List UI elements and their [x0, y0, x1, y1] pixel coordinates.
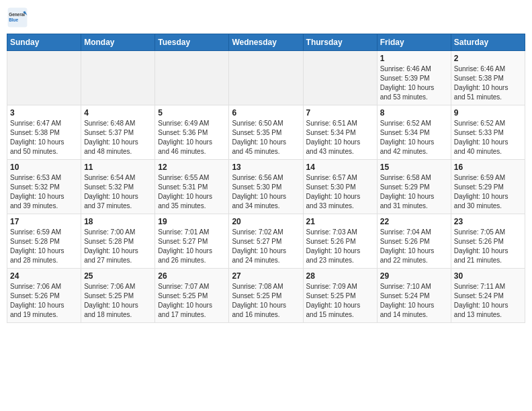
day-number: 13: [232, 163, 300, 172]
day-info: Sunrise: 7:08 AM Sunset: 5:25 PM Dayligh…: [232, 282, 300, 320]
header-cell-sunday: Sunday: [7, 34, 81, 51]
day-info: Sunrise: 6:57 AM Sunset: 5:30 PM Dayligh…: [306, 173, 374, 211]
day-number: 15: [380, 163, 448, 172]
day-cell: [7, 51, 81, 105]
day-number: 19: [158, 217, 226, 226]
header-cell-monday: Monday: [81, 34, 155, 51]
day-cell: 27Sunrise: 7:08 AM Sunset: 5:25 PM Dayli…: [229, 269, 303, 323]
day-number: 11: [84, 163, 152, 172]
day-info: Sunrise: 6:47 AM Sunset: 5:38 PM Dayligh…: [10, 119, 78, 156]
day-cell: 20Sunrise: 7:02 AM Sunset: 5:27 PM Dayli…: [229, 214, 303, 269]
week-row-2: 3Sunrise: 6:47 AM Sunset: 5:38 PM Daylig…: [7, 105, 525, 160]
day-cell: 21Sunrise: 7:03 AM Sunset: 5:26 PM Dayli…: [303, 214, 377, 269]
day-info: Sunrise: 6:50 AM Sunset: 5:35 PM Dayligh…: [232, 119, 300, 156]
day-number: 18: [84, 217, 152, 226]
day-number: 1: [380, 54, 448, 63]
day-number: 9: [454, 108, 522, 118]
day-cell: 5Sunrise: 6:49 AM Sunset: 5:36 PM Daylig…: [155, 105, 229, 160]
header-row: SundayMondayTuesdayWednesdayThursdayFrid…: [7, 34, 525, 51]
week-row-5: 24Sunrise: 7:06 AM Sunset: 5:26 PM Dayli…: [7, 269, 525, 323]
day-info: Sunrise: 6:52 AM Sunset: 5:33 PM Dayligh…: [454, 119, 522, 156]
day-number: 20: [232, 217, 300, 226]
day-info: Sunrise: 6:51 AM Sunset: 5:34 PM Dayligh…: [306, 119, 374, 156]
day-info: Sunrise: 7:01 AM Sunset: 5:27 PM Dayligh…: [158, 228, 226, 265]
day-number: 6: [232, 108, 300, 118]
day-cell: [155, 51, 229, 105]
day-cell: 25Sunrise: 7:06 AM Sunset: 5:25 PM Dayli…: [81, 269, 155, 323]
day-number: 24: [10, 271, 78, 281]
day-number: 14: [306, 163, 374, 172]
day-info: Sunrise: 6:59 AM Sunset: 5:28 PM Dayligh…: [10, 228, 78, 265]
day-info: Sunrise: 6:46 AM Sunset: 5:38 PM Dayligh…: [454, 64, 522, 102]
day-info: Sunrise: 7:07 AM Sunset: 5:25 PM Dayligh…: [158, 282, 226, 320]
day-cell: 23Sunrise: 7:05 AM Sunset: 5:26 PM Dayli…: [451, 214, 525, 269]
header-cell-tuesday: Tuesday: [155, 34, 229, 51]
day-info: Sunrise: 6:54 AM Sunset: 5:32 PM Dayligh…: [84, 173, 152, 211]
day-cell: 28Sunrise: 7:09 AM Sunset: 5:25 PM Dayli…: [303, 269, 377, 323]
week-row-3: 10Sunrise: 6:53 AM Sunset: 5:32 PM Dayli…: [7, 160, 525, 214]
page: General Blue SundayMondayTuesdayWednesda…: [0, 0, 532, 411]
calendar-table: SundayMondayTuesdayWednesdayThursdayFrid…: [7, 34, 525, 323]
day-cell: 24Sunrise: 7:06 AM Sunset: 5:26 PM Dayli…: [7, 269, 81, 323]
day-info: Sunrise: 7:04 AM Sunset: 5:26 PM Dayligh…: [380, 228, 448, 265]
day-info: Sunrise: 6:48 AM Sunset: 5:37 PM Dayligh…: [84, 119, 152, 156]
day-cell: 8Sunrise: 6:52 AM Sunset: 5:34 PM Daylig…: [377, 105, 451, 160]
day-info: Sunrise: 7:02 AM Sunset: 5:27 PM Dayligh…: [232, 228, 300, 265]
day-cell: 6Sunrise: 6:50 AM Sunset: 5:35 PM Daylig…: [229, 105, 303, 160]
day-cell: 7Sunrise: 6:51 AM Sunset: 5:34 PM Daylig…: [303, 105, 377, 160]
day-cell: [81, 51, 155, 105]
day-cell: 13Sunrise: 6:56 AM Sunset: 5:30 PM Dayli…: [229, 160, 303, 214]
day-number: 23: [454, 217, 522, 226]
day-cell: 30Sunrise: 7:11 AM Sunset: 5:24 PM Dayli…: [451, 269, 525, 323]
day-info: Sunrise: 7:06 AM Sunset: 5:25 PM Dayligh…: [84, 282, 152, 320]
week-row-4: 17Sunrise: 6:59 AM Sunset: 5:28 PM Dayli…: [7, 214, 525, 269]
day-number: 25: [84, 271, 152, 281]
day-number: 26: [158, 271, 226, 281]
svg-text:Blue: Blue: [9, 17, 18, 22]
day-info: Sunrise: 7:09 AM Sunset: 5:25 PM Dayligh…: [306, 282, 374, 320]
day-info: Sunrise: 7:11 AM Sunset: 5:24 PM Dayligh…: [454, 282, 522, 320]
day-number: 16: [454, 163, 522, 172]
day-cell: 19Sunrise: 7:01 AM Sunset: 5:27 PM Dayli…: [155, 214, 229, 269]
header-cell-thursday: Thursday: [303, 34, 377, 51]
header-cell-saturday: Saturday: [451, 34, 525, 51]
day-cell: 2Sunrise: 6:46 AM Sunset: 5:38 PM Daylig…: [451, 51, 525, 105]
day-info: Sunrise: 6:55 AM Sunset: 5:31 PM Dayligh…: [158, 173, 226, 211]
day-cell: [229, 51, 303, 105]
calendar-header: SundayMondayTuesdayWednesdayThursdayFrid…: [7, 34, 525, 51]
day-number: 21: [306, 217, 374, 226]
day-info: Sunrise: 6:59 AM Sunset: 5:29 PM Dayligh…: [454, 173, 522, 211]
day-info: Sunrise: 6:49 AM Sunset: 5:36 PM Dayligh…: [158, 119, 226, 156]
day-info: Sunrise: 6:53 AM Sunset: 5:32 PM Dayligh…: [10, 173, 78, 211]
day-number: 4: [84, 108, 152, 118]
day-cell: 18Sunrise: 7:00 AM Sunset: 5:28 PM Dayli…: [81, 214, 155, 269]
day-number: 8: [380, 108, 448, 118]
logo: General Blue: [7, 7, 31, 28]
day-info: Sunrise: 6:46 AM Sunset: 5:39 PM Dayligh…: [380, 64, 448, 102]
day-number: 29: [380, 271, 448, 281]
day-info: Sunrise: 7:05 AM Sunset: 5:26 PM Dayligh…: [454, 228, 522, 265]
day-cell: 16Sunrise: 6:59 AM Sunset: 5:29 PM Dayli…: [451, 160, 525, 214]
day-cell: [303, 51, 377, 105]
day-info: Sunrise: 7:06 AM Sunset: 5:26 PM Dayligh…: [10, 282, 78, 320]
day-number: 10: [10, 163, 78, 172]
day-cell: 10Sunrise: 6:53 AM Sunset: 5:32 PM Dayli…: [7, 160, 81, 214]
day-number: 27: [232, 271, 300, 281]
day-cell: 4Sunrise: 6:48 AM Sunset: 5:37 PM Daylig…: [81, 105, 155, 160]
day-number: 17: [10, 217, 78, 226]
day-cell: 12Sunrise: 6:55 AM Sunset: 5:31 PM Dayli…: [155, 160, 229, 214]
day-cell: 11Sunrise: 6:54 AM Sunset: 5:32 PM Dayli…: [81, 160, 155, 214]
day-info: Sunrise: 7:10 AM Sunset: 5:24 PM Dayligh…: [380, 282, 448, 320]
day-cell: 15Sunrise: 6:58 AM Sunset: 5:29 PM Dayli…: [377, 160, 451, 214]
day-cell: 14Sunrise: 6:57 AM Sunset: 5:30 PM Dayli…: [303, 160, 377, 214]
day-cell: 29Sunrise: 7:10 AM Sunset: 5:24 PM Dayli…: [377, 269, 451, 323]
day-number: 2: [454, 54, 522, 63]
day-number: 28: [306, 271, 374, 281]
week-row-1: 1Sunrise: 6:46 AM Sunset: 5:39 PM Daylig…: [7, 51, 525, 105]
svg-text:General: General: [9, 12, 25, 17]
day-number: 3: [10, 108, 78, 118]
header: General Blue: [7, 7, 525, 28]
day-info: Sunrise: 6:56 AM Sunset: 5:30 PM Dayligh…: [232, 173, 300, 211]
day-number: 7: [306, 108, 374, 118]
day-number: 12: [158, 163, 226, 172]
